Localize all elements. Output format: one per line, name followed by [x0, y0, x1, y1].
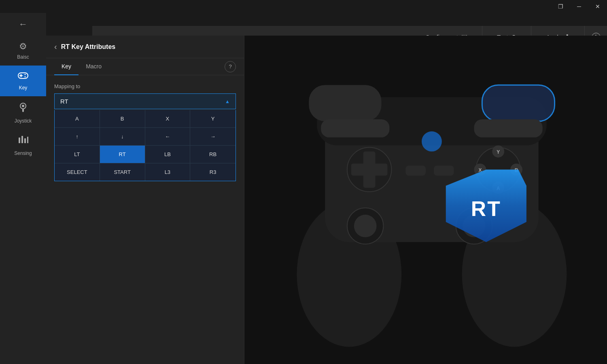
- key-cell-SELECT[interactable]: SELECT: [55, 163, 100, 181]
- svg-point-35: [354, 215, 377, 237]
- svg-rect-9: [19, 138, 20, 143]
- key-grid: A B X Y ↑ ↓ ← →: [54, 110, 236, 181]
- minimize-button[interactable]: ─: [570, 0, 588, 13]
- key-row-triggers: LT RT LB RB: [55, 146, 236, 163]
- tab-macro[interactable]: Macro: [79, 58, 109, 75]
- svg-rect-33: [351, 163, 388, 176]
- key-cell-right[interactable]: →: [190, 128, 236, 145]
- key-row-special: SELECT START L3 R3: [55, 163, 236, 181]
- key-cell-LT[interactable]: LT: [55, 146, 100, 163]
- svg-rect-10: [21, 136, 23, 143]
- key-cell-R3[interactable]: R3: [190, 163, 236, 181]
- svg-rect-21: [321, 119, 389, 138]
- close-button[interactable]: ✕: [588, 0, 607, 13]
- back-arrow-icon: ←: [19, 19, 28, 30]
- mapping-section: Mapping to RT ▲ A B X Y: [46, 75, 244, 189]
- svg-point-40: [422, 131, 442, 152]
- key-cell-L3[interactable]: L3: [145, 163, 191, 181]
- key-cell-B[interactable]: B: [100, 110, 145, 127]
- back-button[interactable]: ←: [0, 13, 46, 36]
- key-cell-left[interactable]: ←: [145, 128, 191, 145]
- panel-header: ‹ RT Key Attributes: [46, 36, 244, 58]
- key-cell-RT[interactable]: RT: [100, 146, 145, 163]
- svg-rect-8: [22, 109, 24, 112]
- mapping-dropdown[interactable]: RT ▲: [54, 93, 236, 109]
- gamepad-icon: [17, 71, 29, 83]
- key-cell-Y[interactable]: Y: [190, 110, 236, 127]
- sidebar-item-joystick[interactable]: Joystick: [0, 96, 46, 129]
- sidebar-label-key: Key: [19, 85, 28, 91]
- gamepad-image: Y A X B: [244, 36, 607, 364]
- sidebar-label-joystick: Joystick: [15, 118, 32, 124]
- dropdown-value: RT: [60, 98, 68, 105]
- panel-back-button[interactable]: ‹: [54, 42, 57, 51]
- key-cell-RB[interactable]: RB: [190, 146, 236, 163]
- svg-rect-12: [27, 137, 28, 143]
- sidebar: ← ⚙ Baisc Key: [0, 13, 46, 364]
- sidebar-item-sensing[interactable]: Sensing: [0, 129, 46, 162]
- key-cell-A[interactable]: A: [55, 110, 100, 127]
- sidebar-label-sensing: Sensing: [14, 150, 32, 156]
- mapping-label: Mapping to: [54, 83, 236, 89]
- svg-rect-19: [309, 85, 381, 121]
- content-area: ‹ RT Key Attributes Key Macro ? Mapping …: [46, 36, 607, 364]
- restore-button[interactable]: ❐: [551, 0, 570, 13]
- left-panel: ‹ RT Key Attributes Key Macro ? Mapping …: [46, 36, 244, 364]
- key-cell-START[interactable]: START: [100, 163, 145, 181]
- main-container: ← ⚙ Baisc Key: [0, 13, 607, 364]
- key-cell-X[interactable]: X: [145, 110, 191, 127]
- tab-bar: Key Macro ?: [46, 58, 244, 75]
- svg-rect-38: [405, 165, 426, 176]
- sensing-icon: [18, 135, 28, 148]
- key-cell-LB[interactable]: LB: [145, 146, 191, 163]
- svg-rect-20: [474, 119, 542, 138]
- svg-point-7: [22, 105, 24, 107]
- help-button[interactable]: ?: [225, 61, 236, 72]
- titlebar: ❐ ─ ✕: [0, 0, 607, 13]
- joystick-icon: [18, 102, 28, 116]
- dropdown-arrow-icon: ▲: [225, 99, 230, 104]
- gear-icon: ⚙: [19, 41, 27, 52]
- sidebar-item-basic[interactable]: ⚙ Baisc: [0, 36, 46, 66]
- svg-point-2: [25, 74, 26, 75]
- svg-rect-39: [434, 165, 454, 176]
- svg-rect-18: [482, 85, 554, 121]
- tab-key[interactable]: Key: [54, 58, 79, 75]
- gamepad-area: Y A X B: [244, 36, 607, 364]
- key-row-face-buttons: A B X Y: [55, 110, 236, 128]
- svg-text:RT: RT: [471, 197, 501, 220]
- key-cell-down[interactable]: ↓: [100, 128, 145, 145]
- svg-rect-11: [24, 138, 26, 143]
- svg-point-3: [25, 76, 26, 78]
- key-row-dpad: ↑ ↓ ← →: [55, 128, 236, 146]
- sidebar-item-key[interactable]: Key: [0, 66, 46, 96]
- sidebar-label-basic: Baisc: [17, 54, 29, 60]
- panel-title: RT Key Attributes: [61, 43, 116, 51]
- key-cell-up[interactable]: ↑: [55, 128, 100, 145]
- svg-text:Y: Y: [497, 150, 500, 155]
